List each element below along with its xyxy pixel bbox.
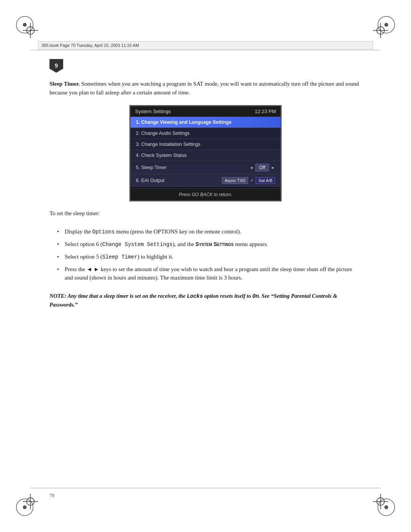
section-badge: 9 (49, 59, 63, 73)
header-rule (30, 50, 381, 50)
left-arrow-icon: ◄ (249, 165, 253, 170)
menu-screen-time: 12:23 PM (255, 109, 276, 114)
change-system-mono: Change System Settings (102, 241, 173, 248)
circle-mark-top-right (377, 15, 396, 34)
bullet-item-4: Press the ◄ ► keys to set the amount of … (57, 263, 362, 284)
menu-item-4: 4. Check System Status (131, 150, 280, 161)
svg-point-17 (23, 505, 27, 509)
on-mono: On (252, 293, 259, 299)
eai-checkmark: ✓ (250, 178, 253, 182)
bullet-item-2: Select option 6 (Change System Settings)… (57, 238, 362, 251)
menu-item-5-label: 5. Sleep Timer (136, 165, 249, 170)
circle-mark-bottom-right (377, 498, 396, 517)
menu-item-3-num: 3. (136, 142, 140, 147)
menu-item-4-label: Check System Status (141, 153, 187, 158)
bottom-rule (30, 488, 381, 488)
menu-screen-title: System Settings (135, 109, 171, 114)
bullet-item-1: Display the Options menu (press the OPTI… (57, 225, 362, 238)
intro-bold: Sleep Timer. (49, 81, 80, 87)
eai-controls: Async TXD ✓ Sat A/B (222, 177, 275, 184)
menu-item-2-num: 2. (136, 131, 140, 136)
menu-item-6-label: 6. EAI Output (136, 178, 222, 183)
page-container: 305.book Page 70 Tuesday, April 15, 2003… (0, 0, 411, 532)
menu-item-2: 2. Change Audio Settings (131, 128, 280, 139)
menu-item-5: 5. Sleep Timer ◄ Off ► (131, 161, 280, 174)
svg-point-15 (384, 23, 388, 27)
right-arrow-icon: ► (271, 165, 275, 170)
intro-paragraph: Sleep Timer. Sometimes when you are watc… (49, 80, 362, 97)
circle-mark-bottom-left (15, 498, 34, 517)
menu-item-3: 3. Change Installation Settings (131, 139, 280, 150)
system-settings-screenshot: System Settings 12:23 PM 1. Change Viewi… (129, 105, 282, 201)
menu-footer: Press GO BACK to return. (131, 189, 280, 200)
menu-item-1: 1. Change Viewing and Language Settings (131, 117, 280, 128)
header-bar-text: 305.book Page 70 Tuesday, April 15, 2003… (41, 43, 139, 48)
content-area: 9 Sleep Timer. Sometimes when you are wa… (49, 59, 362, 317)
menu-item-3-label: Change Installation Settings (141, 142, 201, 147)
setup-label: To set the sleep timer: (49, 209, 362, 218)
options-mono: Options (92, 229, 115, 235)
eai-option-2: Sat A/B (256, 177, 275, 184)
menu-item-4-num: 4. (136, 153, 140, 158)
sleep-timer-value: Off (255, 164, 269, 171)
eai-option-1: Async TXD (222, 177, 248, 184)
menu-item-1-num: 1. (136, 120, 140, 125)
menu-item-1-label: Change Viewing and Language Settings (141, 120, 231, 125)
note-paragraph: NOTE: Any time that a sleep timer is set… (49, 292, 362, 309)
menu-screen: System Settings 12:23 PM 1. Change Viewi… (131, 106, 280, 200)
locks-mono: Locks (187, 293, 203, 299)
note-text-content: NOTE: Any time that a sleep timer is set… (49, 293, 337, 308)
menu-item-6: 6. EAI Output Async TXD ✓ Sat A/B (131, 174, 280, 187)
menu-header: System Settings 12:23 PM (131, 106, 280, 117)
page-number: 70 (49, 492, 54, 498)
sleep-timer-mono: Sleep Timer (102, 254, 137, 260)
bullet-item-3: Select option 5 (Sleep Timer) to highlig… (57, 251, 362, 263)
header-bar: 305.book Page 70 Tuesday, April 15, 2003… (38, 41, 373, 50)
svg-point-19 (384, 505, 388, 509)
circle-mark-top-left (15, 15, 34, 34)
intro-rest: Sometimes when you are watching a progra… (49, 81, 359, 96)
menu-item-2-label: Change Audio Settings (141, 131, 190, 136)
system-settings-smallcaps: System Settings (196, 241, 234, 247)
svg-point-13 (23, 23, 27, 27)
bullet-list: Display the Options menu (press the OPTI… (57, 225, 362, 284)
menu-item-5-controls: ◄ Off ► (249, 164, 275, 171)
